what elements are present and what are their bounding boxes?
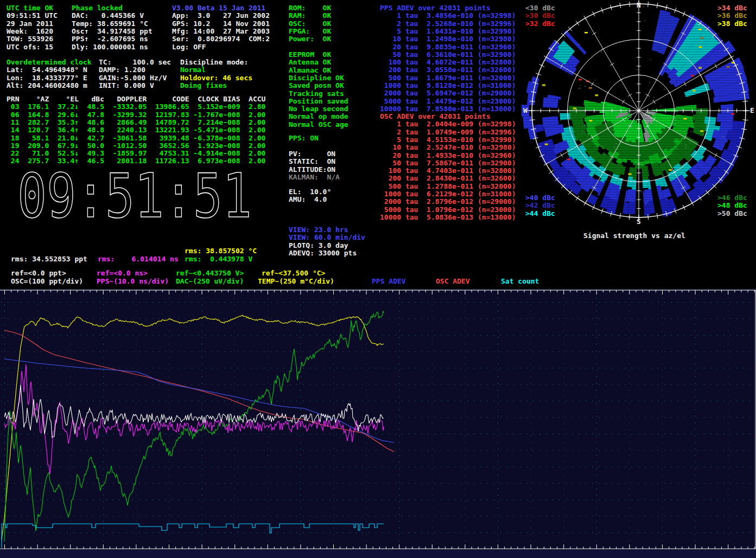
version-info-line-2: GPS: 10.2 14 Nov 2001	[172, 20, 270, 28]
pps-adev-table-header: PPS ADEV over 42031 points	[380, 4, 491, 12]
health-status-line-2: Almanac OK	[289, 67, 331, 74]
mask-settings-line-1: AMU: 4.0	[289, 196, 327, 203]
osc-adev-table-row-12: 10000 tau 5.0836e-013 (n=13000)	[380, 214, 516, 221]
rms-osc: rms: 34.552853 ppt	[11, 255, 87, 263]
phase-status-line-1: DAC: 0.445366 V	[72, 12, 144, 20]
fix-flags-line-0: PV: ON	[289, 150, 335, 158]
compass-west: W	[523, 106, 528, 114]
compass-north: N	[637, 1, 641, 9]
position-block-line-3: Alt: 204.46002480 m	[7, 82, 87, 89]
health-status-line-6: Position saved	[289, 98, 348, 105]
pps-state-line-0: PPS: ON	[289, 134, 319, 142]
osc-adev-table-header: OSC ADEV over 42031 points	[380, 113, 491, 120]
sat-table-row-5: 19 209.0 67.9↓ 50.0 -1012.50 3652.56 1.9…	[7, 142, 265, 150]
position-block-line-1: Lat: 54.4964948° N	[7, 66, 87, 74]
version-info-line-3: Mfg: 14:00 27 Mar 2003	[172, 28, 270, 35]
osc-adev-table-row-0: 1 tau 2.0404e-009 (n=32998)	[380, 120, 516, 128]
discipline-mode-line-3: Doing fixes	[180, 82, 227, 89]
polar-title: Signal strength vs az/el	[583, 232, 685, 240]
rms-dac: rms: 0.443978 V	[185, 255, 252, 263]
loop-params-line-3: INIT: 0.000 V	[99, 82, 154, 89]
pps-adev-table-row-4: 20 tau 9.8835e-011 (n=32960)	[380, 43, 516, 51]
osc-adev-table-row-1: 2 tau 1.0749e-009 (n=32996)	[380, 129, 516, 136]
pps-adev-table-row-6: 100 tau 4.6072e-011 (n=32800)	[380, 59, 516, 66]
clock-digits: 09:51:51	[17, 169, 252, 223]
big-clock: 09:51:51	[15, 169, 254, 223]
position-block-line-2: Lon: 18.4333777° E	[7, 74, 87, 82]
time-status-line-0: UTC time OK	[7, 4, 53, 12]
time-status-line-4: TOW: 553926	[7, 35, 53, 43]
pps-adev-table-row-0: 1 tau 3.4856e-010 (n=32998)	[380, 12, 516, 20]
osc-adev-table-row-4: 20 tau 1.4933e-010 (n=32960)	[380, 152, 516, 159]
pps-adev-table-row-8: 500 tau 1.6679e-011 (n=32000)	[380, 74, 516, 82]
osc-adev-table-row-2: 5 tau 4.5153e-010 (n=32990)	[380, 136, 516, 144]
version-info-line-4: Ser: 0.80296974 COM:2	[172, 35, 270, 43]
osc-adev-table-row-9: 1000 tau 6.2129e-012 (n=31000)	[380, 190, 516, 198]
osc-adev-table-row-3: 10 tau 2.5247e-010 (n=32980)	[380, 144, 516, 151]
view-settings-line-1: VIEW: 60.0 min/div	[289, 234, 365, 241]
phase-status-line-2: Temp: 38.659691 °C	[72, 20, 148, 28]
health-status-line-9: Normal OSC age	[289, 121, 348, 129]
hw-status-line-0: ROM: OK	[289, 4, 331, 12]
discipline-mode-line-1: Normal	[180, 66, 206, 74]
sat-table-row-3: 14 120.7 36.4↑ 48.8 2240.13 13221.93 -5.…	[7, 126, 265, 134]
discipline-mode-line-0: Discipline mode:	[180, 59, 248, 66]
osc-adev-table-row-8: 500 tau 1.2788e-011 (n=32000)	[380, 183, 516, 190]
health-status-line-8: Normal op mode	[289, 113, 348, 120]
pps-adev-table-row-5: 50 tau 6.3610e-011 (n=32900)	[380, 51, 516, 59]
osc-adev-table-row-6: 100 tau 4.7403e-011 (n=32800)	[380, 167, 516, 175]
version-info-line-0: V3.00 Beta 15 Jan 2011	[172, 4, 265, 12]
pps-adev-table-row-3: 10 tau 1.2498e-010 (n=32980)	[380, 35, 516, 43]
signal-strength-polar-plot: NSWE	[516, 0, 756, 228]
hw-status-line-2: OSC: OK	[289, 20, 331, 28]
lady-heather-screen: UTC time OK09:51:51 UTC29 Jan 2011Week: …	[0, 0, 756, 558]
osc-adev-table-row-7: 200 tau 2.8430e-011 (n=32600)	[380, 175, 516, 182]
legend-sat-count: Sat count	[501, 278, 539, 285]
sat-table-row-1: 06 164.8 29.6↓ 47.8 -3299.32 12197.83 -1…	[7, 111, 265, 119]
health-status-line-0: EEPROM OK	[289, 51, 331, 59]
pps-adev-table-row-7: 200 tau 3.0558e-011 (n=32600)	[380, 66, 516, 74]
discipline-mode-line-2: Holdover: 46 secs	[180, 74, 252, 82]
sat-table-row-2: 11 282.7 35.3↑ 48.6 2866.49 14789.72 7.2…	[7, 119, 265, 126]
view-settings-line-2: PLOTQ: 3.0 day	[289, 242, 348, 249]
sat-table-row-4: 18 58.1 21.0↓ 42.7 -3061.58 3939.48 -6.3…	[7, 134, 265, 142]
osc-adev-table-row-10: 2000 tau 2.8796e-012 (n=29000)	[380, 198, 516, 206]
scale-osc: OSC=(100 ppt/div)	[11, 278, 83, 285]
scale-pps: PPS~(10.0 ns/div)	[97, 278, 169, 285]
fix-flags-line-3: KALMAN: N/A	[289, 174, 340, 181]
hw-status-line-3: FPGA: OK	[289, 28, 331, 35]
pps-adev-table-row-11: 5000 tau 1.4479e-012 (n=23000)	[380, 98, 516, 105]
fix-flags-line-1: STATIC: ON	[289, 158, 335, 165]
version-info-line-1: App: 3.0 27 Jun 2002	[172, 12, 270, 20]
sat-table-row-0: 03 176.1 37.2↓ 48.5 -3332.05 13986.65 5.…	[7, 103, 265, 111]
fix-flags-line-2: ALTITUDE:ON	[289, 166, 335, 174]
time-status-line-5: UTC ofs: 15	[7, 43, 53, 51]
pps-adev-table-row-10: 2000 tau 5.6947e-012 (n=29000)	[380, 89, 516, 97]
phase-status-line-4: PPS↑ -2.607695 ns	[72, 35, 148, 43]
hw-status-line-4: Power: OK	[289, 35, 331, 43]
mask-settings-line-0: EL: 10.0°	[289, 188, 331, 196]
ref-dac: ref~<0.443750 V>	[176, 270, 244, 277]
loop-params-line-0: TC: 100.0 sec	[99, 59, 171, 66]
view-settings-line-0: VIEW: 23.0 hrs	[289, 226, 348, 234]
pps-adev-table-row-9: 1000 tau 9.8128e-012 (n=31000)	[380, 82, 516, 89]
health-status-line-1: Antenna OK	[289, 59, 331, 66]
rms-pps: rms: 6.014014 ns	[98, 255, 179, 263]
scale-dac: DAC~(250 uV/div)	[176, 278, 244, 285]
position-block-line-0: Overdetermined clock	[7, 59, 92, 66]
loop-params-line-1: DAMP: 1.200	[99, 66, 145, 74]
rms-temp: rms: 38.857502 °C	[185, 247, 257, 255]
pps-adev-table-row-1: 2 tau 2.5268e-010 (n=32996)	[380, 20, 516, 28]
health-status-line-5: Tracking sats	[289, 90, 344, 98]
health-status-line-7: No leap second	[289, 105, 348, 113]
time-status-line-1: 09:51:51 UTC	[7, 12, 58, 20]
sat-table-row-7: 24 275.7 33.4↑ 46.5 2801.18 11726.13 6.9…	[7, 157, 265, 165]
view-settings-line-3: ADEVQ: 33000 pts	[289, 249, 357, 257]
compass-east: E	[750, 106, 754, 114]
phase-status-line-3: Osc↑ 34.917458 ppt	[72, 28, 153, 35]
osc-adev-table-row-11: 5000 tau 1.0796e-012 (n=23000)	[380, 206, 516, 214]
compass-south: S	[637, 217, 641, 226]
ref-temp: ref~<37.500 °C>	[262, 270, 325, 277]
ref-pps: ref=<0.0 ns>	[97, 270, 148, 277]
health-status-line-3: Discipline OK	[289, 74, 344, 82]
